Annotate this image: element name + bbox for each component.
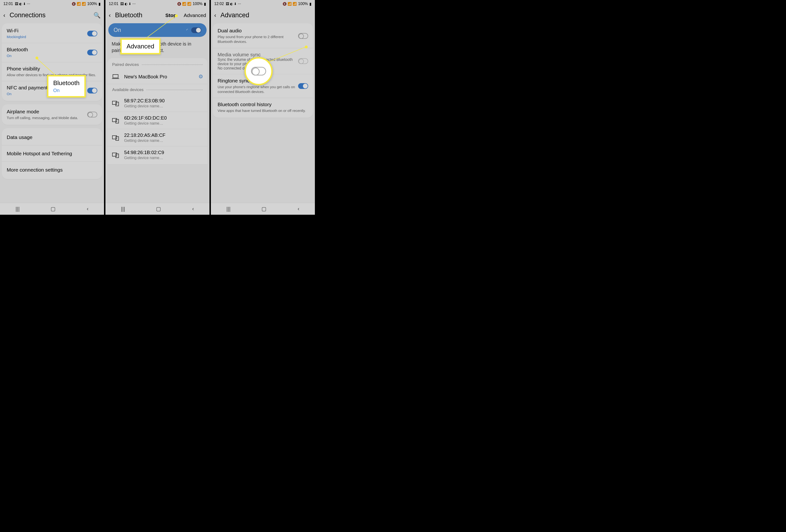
airplane-toggle[interactable] xyxy=(87,112,97,117)
statusbar: 12:01 🖼 ◐ ⬇ ⋯ 🔇 📶 📶 100% ▮ xyxy=(106,0,209,8)
zoom-toggle xyxy=(251,67,266,75)
battery-percent: 100% xyxy=(298,2,308,6)
nav-back[interactable]: ‹ xyxy=(87,206,88,212)
navbar: ||| ▢ ‹ xyxy=(106,203,209,215)
wifi-toggle[interactable] xyxy=(87,31,97,37)
back-button[interactable]: ‹ xyxy=(109,12,111,19)
available-device-row[interactable]: 54:98:26:1B:02:C9Getting device name… xyxy=(107,146,208,163)
status-icons-left: 🖼 ◐ ⬇ ⋯ xyxy=(226,2,241,6)
nav-recent[interactable]: ||| xyxy=(16,206,20,212)
dual-audio-toggle[interactable] xyxy=(298,33,308,39)
on-label: On xyxy=(114,27,186,33)
hotspot-row[interactable]: Mobile Hotspot and Tethering xyxy=(2,145,102,162)
settings-list[interactable]: Wi-Fi Mockingbird Bluetooth On Phone vis… xyxy=(0,23,104,179)
nav-back[interactable]: ‹ xyxy=(298,206,299,212)
back-button[interactable]: ‹ xyxy=(3,12,5,19)
bluetooth-master-toggle[interactable]: On ◜ xyxy=(108,23,207,37)
phone-screen-1: 12:01 🖼 ◐ ⬇ ⋯ 🔇 📶 📶 100% ▮ ‹ Connections… xyxy=(0,0,106,215)
dual-audio-title: Dual audio xyxy=(217,28,298,33)
nav-home[interactable]: ▢ xyxy=(261,206,267,212)
ringtone-sub: Use your phone's ringtone when you get c… xyxy=(217,85,298,94)
svg-rect-6 xyxy=(116,119,119,123)
page-title: Bluetooth xyxy=(115,11,158,19)
more-connection-title: More connection settings xyxy=(7,167,97,173)
paired-device-row[interactable]: New's MacBook Pro ⚙ xyxy=(107,69,208,84)
callout-dot xyxy=(36,56,38,60)
media-volume-toggle xyxy=(298,58,308,64)
svg-rect-8 xyxy=(116,137,119,140)
status-time: 12:01 xyxy=(3,2,13,6)
bluetooth-title: Bluetooth xyxy=(7,47,87,52)
gear-icon[interactable]: ⚙ xyxy=(199,74,203,80)
devices-icon xyxy=(112,134,119,142)
battery-icon: ▮ xyxy=(98,2,101,6)
media-volume-title: Media volume sync xyxy=(217,52,298,57)
more-connection-row[interactable]: More connection settings xyxy=(2,162,102,178)
available-device-row[interactable]: 22:18:20:A5:AB:CFGetting device name… xyxy=(107,129,208,146)
airplane-row[interactable]: Airplane mode Turn off calling, messagin… xyxy=(2,105,102,124)
callout-sub: On xyxy=(53,88,79,93)
available-header: Available devices xyxy=(107,84,208,95)
available-device-row[interactable]: 6D:26:1F:6D:DC:E0Getting device name… xyxy=(107,112,208,129)
page-title: Advanced xyxy=(221,11,311,19)
laptop-icon xyxy=(112,73,119,80)
wifi-row[interactable]: Wi-Fi Mockingbird xyxy=(2,24,102,43)
visibility-title: Phone visibility xyxy=(7,66,97,72)
bluetooth-toggle[interactable] xyxy=(87,50,97,55)
bt-on-toggle[interactable] xyxy=(191,27,201,33)
available-device-row[interactable]: 58:97:2C:E3:0B:90Getting device name… xyxy=(107,95,208,112)
status-time: 12:02 xyxy=(214,2,224,6)
status-icons-left: 🖼 ◐ ⬇ ⋯ xyxy=(120,2,136,6)
statusbar: 12:01 🖼 ◐ ⬇ ⋯ 🔇 📶 📶 100% ▮ xyxy=(0,0,104,8)
back-button[interactable]: ‹ xyxy=(214,12,216,19)
svg-rect-10 xyxy=(116,154,119,158)
callout-bluetooth: Bluetooth On xyxy=(47,75,86,97)
nav-home[interactable]: ▢ xyxy=(156,206,161,212)
bt-history-row[interactable]: Bluetooth control history View apps that… xyxy=(213,98,313,117)
dual-audio-sub: Play sound from your phone to 2 differen… xyxy=(217,34,298,44)
callout-dot xyxy=(305,46,308,48)
dual-audio-row[interactable]: Dual audio Play sound from your phone to… xyxy=(213,24,313,48)
battery-icon: ▮ xyxy=(309,2,311,6)
navbar: ||| ▢ ‹ xyxy=(0,203,104,215)
bluetooth-row[interactable]: Bluetooth On xyxy=(2,43,102,62)
battery-percent: 100% xyxy=(193,2,203,6)
nfc-toggle[interactable] xyxy=(87,88,97,93)
callout-advanced: Advanced xyxy=(120,38,161,54)
svg-rect-5 xyxy=(112,118,117,122)
bt-history-title: Bluetooth control history xyxy=(217,101,308,107)
nav-home[interactable]: ▢ xyxy=(51,206,55,212)
scan-spinner-icon: ◜ xyxy=(186,28,188,32)
nav-back[interactable]: ‹ xyxy=(192,206,194,212)
battery-percent: 100% xyxy=(87,2,97,6)
airplane-sub: Turn off calling, messaging, and Mobile … xyxy=(7,116,87,120)
statusbar: 12:02 🖼 ◐ ⬇ ⋯ 🔇 📶 📶 100% ▮ xyxy=(211,0,315,8)
header: ‹ Bluetooth Stop Advanced xyxy=(106,8,209,23)
status-time: 12:01 xyxy=(109,2,118,6)
airplane-title: Airplane mode xyxy=(7,109,87,115)
search-icon[interactable]: 🔍 xyxy=(93,12,101,19)
paired-device-name: New's MacBook Pro xyxy=(124,74,193,79)
advanced-button[interactable]: Advanced xyxy=(184,13,206,18)
nav-recent[interactable]: ||| xyxy=(227,206,231,212)
phone-screen-2: 12:01 🖼 ◐ ⬇ ⋯ 🔇 📶 📶 100% ▮ ‹ Bluetooth S… xyxy=(106,0,211,215)
svg-rect-9 xyxy=(112,153,117,156)
status-icons-right: 🔇 📶 📶 xyxy=(282,2,297,6)
status-icons-right: 🔇 📶 📶 xyxy=(72,2,86,6)
devices-icon xyxy=(112,117,119,124)
devices-icon xyxy=(112,151,119,159)
data-usage-row[interactable]: Data usage xyxy=(2,129,102,145)
status-icons-right: 🔇 📶 📶 xyxy=(177,2,191,6)
ringtone-toggle[interactable] xyxy=(298,83,308,89)
battery-icon: ▮ xyxy=(204,2,206,6)
page-title: Connections xyxy=(9,11,89,19)
callout-title: Bluetooth xyxy=(53,79,79,87)
svg-rect-1 xyxy=(113,74,118,78)
paired-header: Paired devices xyxy=(107,59,208,69)
callout-title: Advanced xyxy=(126,43,154,50)
nav-recent[interactable]: ||| xyxy=(121,206,125,212)
svg-rect-4 xyxy=(116,102,119,106)
callout-dot xyxy=(175,15,178,17)
svg-rect-7 xyxy=(112,136,117,139)
navbar: ||| ▢ ‹ xyxy=(211,203,315,215)
